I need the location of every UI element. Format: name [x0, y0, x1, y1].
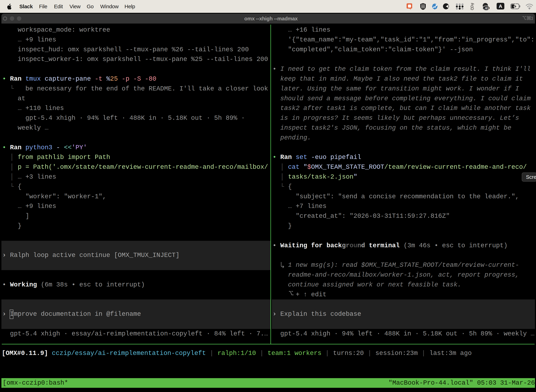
- svg-text:A: A: [499, 4, 502, 9]
- svg-text:..61: ..61: [483, 6, 489, 10]
- svg-text:1: 1: [531, 16, 533, 20]
